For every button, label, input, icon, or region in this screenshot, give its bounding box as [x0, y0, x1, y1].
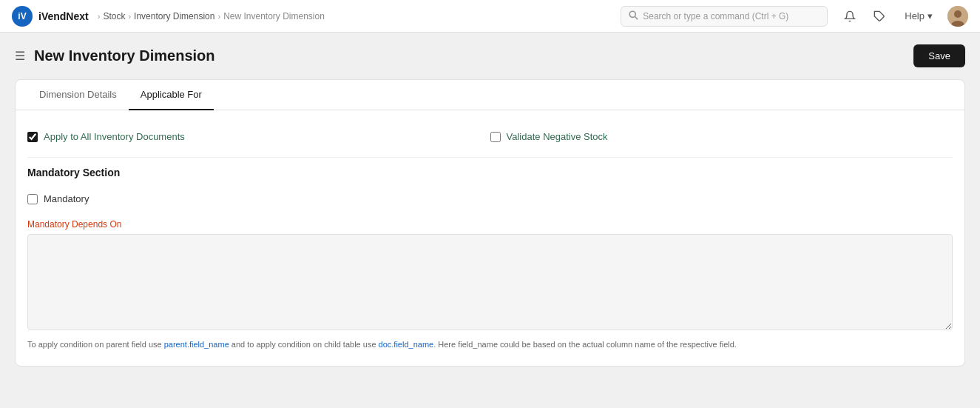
help-label: Help: [905, 10, 925, 21]
mandatory-section-heading: Mandatory Section: [27, 167, 953, 178]
mandatory-row: Mandatory: [27, 187, 953, 210]
svg-point-0: [629, 11, 635, 17]
help-text-suffix: . Here field_name could be based on the …: [433, 340, 737, 349]
page-header: ☰ New Inventory Dimension Save: [15, 44, 965, 67]
help-text-child: doc.field_name: [379, 340, 434, 349]
mandatory-checkbox[interactable]: [27, 194, 38, 204]
breadcrumb-sep-1: ›: [128, 12, 131, 21]
nav-icons: Help ▾: [839, 6, 968, 27]
mandatory-depends-on-label: Mandatory Depends On: [27, 219, 953, 230]
apply-to-all-row: Apply to All Inventory Documents: [27, 125, 490, 148]
help-button[interactable]: Help ▾: [899, 7, 939, 24]
checkboxes-grid: Apply to All Inventory Documents Validat…: [27, 125, 953, 158]
notification-button[interactable]: [839, 6, 860, 27]
search-icon: [629, 10, 638, 22]
breadcrumb-current: New Inventory Dimension: [223, 11, 325, 21]
tag-button[interactable]: [869, 6, 890, 27]
help-text: To apply condition on parent field use p…: [27, 338, 953, 351]
tab-applicable-for[interactable]: Applicable For: [129, 80, 214, 110]
search-box[interactable]: Search or type a command (Ctrl + G): [621, 6, 828, 27]
mandatory-depends-on-field: Mandatory Depends On To apply condition …: [27, 219, 953, 351]
svg-line-1: [635, 16, 638, 19]
help-text-middle: and to apply condition on child table us…: [229, 340, 379, 349]
user-avatar[interactable]: [947, 6, 968, 27]
svg-point-4: [954, 10, 962, 18]
form-content: Apply to All Inventory Documents Validat…: [16, 110, 964, 366]
app-logo[interactable]: iV: [12, 6, 33, 27]
breadcrumb-sep-0: ›: [98, 12, 101, 21]
apply-to-all-checkbox[interactable]: [27, 132, 38, 142]
help-text-prefix: To apply condition on parent field use: [27, 340, 164, 349]
help-text-parent: parent.field_name: [164, 340, 229, 349]
menu-icon[interactable]: ☰: [15, 49, 25, 63]
validate-negative-checkbox[interactable]: [490, 132, 501, 142]
top-nav: iV iVendNext › Stock › Inventory Dimensi…: [0, 0, 980, 33]
tabs: Dimension Details Applicable For: [16, 80, 964, 110]
page-title: New Inventory Dimension: [34, 47, 215, 64]
breadcrumb-inventory-dimension[interactable]: Inventory Dimension: [134, 11, 214, 21]
breadcrumb-sep-2: ›: [217, 12, 220, 21]
apply-to-all-label[interactable]: Apply to All Inventory Documents: [44, 131, 185, 142]
save-button[interactable]: Save: [913, 44, 965, 67]
validate-negative-label[interactable]: Validate Negative Stock: [507, 131, 608, 142]
mandatory-label[interactable]: Mandatory: [44, 193, 89, 204]
breadcrumb: › Stock › Inventory Dimension › New Inve…: [98, 11, 325, 21]
page-header-left: ☰ New Inventory Dimension: [15, 47, 215, 64]
main-card: Dimension Details Applicable For Apply t…: [15, 79, 965, 367]
mandatory-depends-on-textarea[interactable]: [27, 234, 953, 330]
breadcrumb-stock[interactable]: Stock: [103, 11, 125, 21]
brand-name[interactable]: iVendNext: [38, 10, 89, 22]
mandatory-section: Mandatory Section Mandatory Mandatory De…: [27, 167, 953, 351]
help-chevron-icon: ▾: [927, 10, 933, 21]
tab-dimension-details[interactable]: Dimension Details: [27, 80, 129, 110]
page-wrapper: ☰ New Inventory Dimension Save Dimension…: [0, 33, 980, 408]
search-placeholder: Search or type a command (Ctrl + G): [643, 11, 788, 21]
validate-negative-row: Validate Negative Stock: [490, 125, 953, 148]
